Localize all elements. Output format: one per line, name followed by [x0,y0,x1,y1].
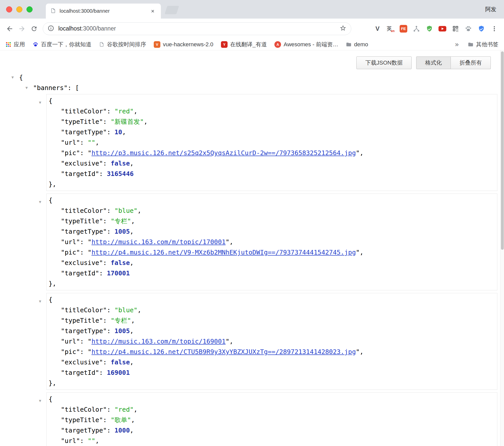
bookmark-google-sort[interactable]: 谷歌按时间排序 [99,41,146,48]
qrcode-extension-icon[interactable] [451,24,460,33]
browser-tab[interactable]: localhost:3000/banner [46,4,161,19]
page-favicon-icon [50,8,56,14]
json-property-line: "titleColor": "red", [49,106,495,116]
json-link-value[interactable]: http://p4.music.126.net/CTU5B9R9y3XyYBZX… [91,348,356,355]
json-object-close: }, [49,378,495,388]
bookmarks-overflow-chevron[interactable]: » [454,40,460,48]
json-punctuation: , [360,348,363,355]
json-punctuation: : [80,338,88,345]
json-number-value: 1005 [115,228,130,235]
json-punctuation: { [49,97,52,105]
collapse-toggle-icon[interactable]: ▼ [11,72,19,83]
sitemap-extension-icon[interactable] [412,24,421,33]
json-key: "typeTitle" [61,118,103,125]
json-punctuation: , [134,406,137,413]
json-punctuation: : [80,348,88,355]
bookmark-label: 在线翻译_有道 [230,41,267,48]
bookmark-baidu[interactable]: 百度一下，你就知道 [33,41,91,48]
json-punctuation: , [137,207,141,214]
json-key: "targetId" [61,270,99,277]
green-shield-extension-icon[interactable] [425,24,434,33]
translate-extension-icon[interactable]: 英en [386,24,395,33]
bookmark-star-icon[interactable] [340,25,346,33]
json-punctuation: }, [49,280,56,287]
navigation-bar: localhost:3000/banner V 英en FE [0,19,504,39]
bookmark-label: 百度一下，你就知道 [41,41,91,48]
collapse-toggle-icon[interactable]: ▼ [39,197,47,207]
json-punctuation: , [130,228,134,235]
json-property-line: "targetType": 10, [49,127,495,137]
close-window-button[interactable] [6,6,12,12]
json-punctuation: : [80,139,88,146]
json-punctuation: " [226,338,229,345]
download-json-button[interactable]: 下载JSON数据 [356,56,412,69]
json-property-line: "url": "http://music.163.com/m/topic/169… [49,336,495,347]
collapse-toggle-icon[interactable]: ▼ [39,396,47,406]
json-string-value: "专栏" [111,317,131,324]
vertical-scrollbar [500,50,504,446]
json-punctuation: , [130,259,134,266]
json-property-line: "titleColor": "blue", [49,305,495,315]
paw-extension-icon[interactable] [464,24,473,33]
json-string-value: "新碟首发" [111,118,144,125]
address-bar[interactable]: localhost:3000/banner [43,22,351,35]
fullscreen-window-button[interactable] [26,6,33,12]
json-link-value[interactable]: http://music.163.com/m/topic/169001 [91,338,226,345]
folder-icon [346,42,352,47]
site-info-icon[interactable] [48,25,54,33]
bookmark-folder-other[interactable]: 其他书签 [468,41,498,48]
json-punctuation: : [107,406,115,413]
json-punctuation: { [19,74,23,81]
json-punctuation: { [49,197,52,204]
collapse-toggle-icon[interactable]: ▼ [39,296,47,307]
json-punctuation: " [356,249,360,256]
json-key: "titleColor" [61,406,107,413]
json-punctuation: , [130,327,134,335]
new-tab-button[interactable] [165,6,179,14]
reload-button[interactable] [28,23,40,35]
bookmark-label: 其他书签 [476,41,498,48]
url-text: localhost:3000/banner [58,25,116,32]
tab-title: localhost:3000/banner [60,8,149,14]
v-extension-icon[interactable]: V [373,24,382,33]
back-button[interactable] [4,23,16,35]
bookmark-label: 应用 [14,41,25,48]
json-property-line: "exclusive": false, [49,357,495,367]
bookmark-folder-demo[interactable]: demo [346,41,368,48]
forward-button[interactable] [16,23,28,35]
json-link-value[interactable]: http://p3.music.126.net/s25q2x5QyqsAzilC… [91,149,356,157]
scrollbar-thumb[interactable] [501,51,504,250]
bookmark-youdao[interactable]: Y 在线翻译_有道 [221,41,267,48]
json-key: "url" [61,437,80,444]
collapse-all-button[interactable]: 折叠所有 [451,56,491,69]
json-link-value[interactable]: http://music.163.com/m/topic/170001 [91,238,226,246]
json-key: "targetId" [61,369,99,376]
json-punctuation: " [88,249,91,256]
json-punctuation: , [122,128,126,136]
format-button[interactable]: 格式化 [416,56,451,69]
json-punctuation: " [88,348,91,355]
json-punctuation: : [103,259,111,266]
youtube-extension-icon[interactable] [438,24,447,33]
json-punctuation: }, [49,181,56,188]
collapse-toggle-icon[interactable]: ▼ [25,83,33,93]
bookmark-awesomes[interactable]: A Awesomes - 前端资… [274,41,338,48]
blue-shield-extension-icon[interactable] [477,24,486,33]
json-property-line: "targetType": 1005, [49,326,495,336]
json-punctuation: , [95,437,99,444]
json-link-value[interactable]: http://p4.music.126.net/V9-MXz6b2MNhEKju… [91,249,356,256]
json-punctuation: : [80,437,88,444]
browser-menu-button[interactable] [490,24,499,33]
fehelper-extension-icon[interactable]: FE [399,24,408,33]
bookmark-apps[interactable]: 应用 [6,41,25,48]
json-string-value: "" [88,139,95,146]
minimize-window-button[interactable] [16,6,22,12]
tab-close-icon[interactable] [149,8,156,15]
json-punctuation: }, [49,379,56,387]
json-punctuation: : [80,238,88,246]
bookmark-vue-hackernews[interactable]: V vue-hackernews-2.0 [154,41,213,48]
collapse-toggle-icon[interactable]: ▼ [39,97,47,108]
format-button-group: 格式化 折叠所有 [416,56,491,69]
json-object-open: { [49,294,495,305]
json-property-line: "targetId": 3165446 [49,169,495,179]
